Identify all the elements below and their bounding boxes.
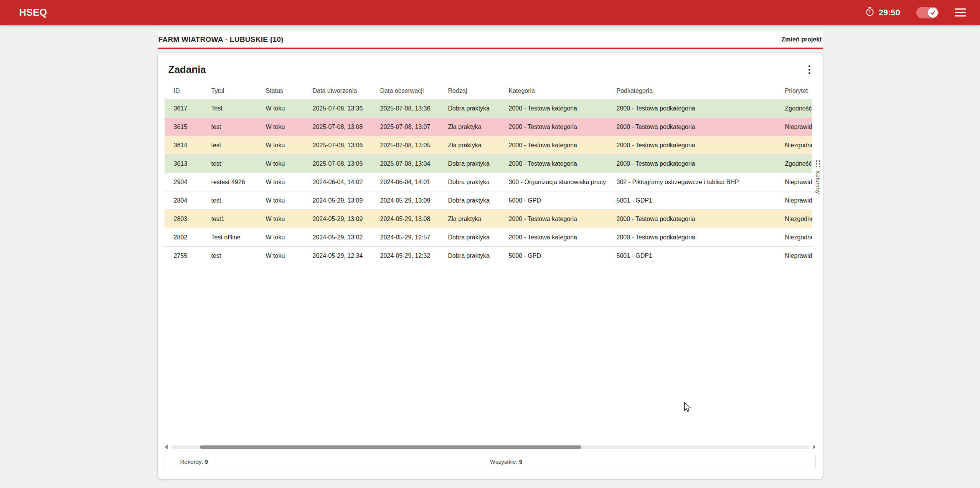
cell-utworzenia: 2025-07-08, 13:06 bbox=[313, 142, 380, 149]
columns-button[interactable]: Kolumny bbox=[815, 160, 822, 194]
cell-priorytet: Niezgodność bbox=[785, 234, 812, 241]
more-vertical-icon[interactable] bbox=[806, 63, 813, 76]
stopwatch-icon bbox=[865, 7, 875, 19]
hamburger-menu-icon[interactable] bbox=[955, 6, 966, 19]
table-row[interactable]: 3613testW toku2025-07-08, 13:052025-07-0… bbox=[165, 155, 812, 173]
cell-id: 2755 bbox=[174, 252, 211, 259]
cell-rodzaj: Dobra praktyka bbox=[448, 252, 509, 259]
cell-podkategoria: 2000 - Testowa podkategoria bbox=[617, 160, 785, 167]
cell-kategoria: 2000 - Testowa kategoria bbox=[509, 160, 617, 167]
cell-status: W toku bbox=[266, 105, 313, 112]
cell-utworzenia: 2025-07-08, 13:08 bbox=[313, 124, 380, 130]
records-label: Rekordy: bbox=[180, 458, 203, 465]
cell-rodzaj: Zła praktyka bbox=[448, 124, 509, 130]
cell-id: 3617 bbox=[174, 105, 211, 112]
app-bar-actions: 29:50 bbox=[865, 6, 966, 19]
card-empty-area bbox=[158, 265, 823, 444]
cell-utworzenia: 2025-07-08, 13:36 bbox=[313, 105, 380, 112]
records-summary-bar: Rekordy: 9 Wszystkie: 9 bbox=[165, 454, 816, 469]
cell-rodzaj: Dobra praktyka bbox=[448, 197, 509, 204]
cell-obserwacji: 2025-07-08, 13:07 bbox=[380, 124, 448, 130]
table-row[interactable]: 3617TestW toku2025-07-08, 13:362025-07-0… bbox=[165, 99, 812, 118]
cell-rodzaj: Dobra praktyka bbox=[448, 105, 509, 112]
column-header[interactable]: Tytuł bbox=[211, 87, 266, 94]
column-header[interactable]: ID bbox=[174, 87, 211, 94]
column-header[interactable]: Rodzaj bbox=[448, 87, 509, 94]
toggle-thumb-check-icon bbox=[928, 8, 938, 18]
cell-priorytet: Nieprawidłowość bbox=[785, 197, 812, 204]
cell-podkategoria: 2000 - Testowa podkategoria bbox=[617, 105, 785, 112]
cell-priorytet: Zgodność bbox=[785, 105, 812, 112]
table-row[interactable]: 2755testW toku2024-05-29, 12:342024-05-2… bbox=[165, 247, 812, 265]
cell-kategoria: 5000 - GPD bbox=[509, 252, 617, 259]
change-project-button[interactable]: Zmień projekt bbox=[782, 36, 822, 43]
records-count: Rekordy: 9 bbox=[165, 458, 208, 465]
cell-podkategoria: 5001 - GDP1 bbox=[617, 197, 785, 204]
cell-kategoria: 5000 - GPD bbox=[509, 197, 617, 204]
cell-podkategoria: 2000 - Testowa podkategoria bbox=[617, 142, 785, 149]
cell-tytul: test bbox=[211, 142, 266, 149]
records-value: 9 bbox=[205, 458, 208, 465]
table-row[interactable]: 2804testW toku2024-05-29, 13:092024-05-2… bbox=[165, 191, 812, 210]
cell-obserwacji: 2024-06-04, 14:01 bbox=[380, 179, 448, 186]
all-label: Wszystkie: bbox=[490, 458, 518, 465]
project-bar: FARM WIATROWA - LUBUSKIE (10) Zmień proj… bbox=[158, 31, 823, 49]
scrollbar-thumb[interactable] bbox=[200, 445, 581, 449]
cell-id: 3614 bbox=[174, 142, 211, 149]
table-header-row: IDTytułStatusData utworzeniaData obserwa… bbox=[165, 82, 812, 99]
cell-kategoria: 300 - Organizacja stanowiska pracy bbox=[509, 179, 617, 186]
cell-tytul: Test bbox=[211, 105, 266, 112]
mode-toggle[interactable] bbox=[916, 7, 939, 18]
app-logo: HSEQ bbox=[19, 7, 47, 18]
scroll-left-arrow-icon[interactable] bbox=[165, 445, 168, 449]
table-row[interactable]: 3615testW toku2025-07-08, 13:082025-07-0… bbox=[165, 118, 812, 136]
horizontal-scrollbar bbox=[165, 444, 816, 450]
cell-obserwacji: 2025-07-08, 13:36 bbox=[380, 105, 448, 112]
cell-obserwacji: 2024-05-29, 12:57 bbox=[380, 234, 448, 241]
column-header[interactable]: Status bbox=[266, 87, 313, 94]
cell-id: 2904 bbox=[174, 179, 211, 186]
cell-kategoria: 2000 - Testowa kategoria bbox=[509, 124, 617, 130]
tasks-table: IDTytułStatusData utworzeniaData obserwa… bbox=[165, 82, 812, 265]
columns-label: Kolumny bbox=[815, 170, 822, 194]
cell-status: W toku bbox=[266, 234, 313, 241]
cell-obserwacji: 2024-05-29, 12:32 bbox=[380, 252, 448, 259]
project-title: FARM WIATROWA - LUBUSKIE (10) bbox=[158, 35, 284, 44]
cell-rodzaj: Dobra praktyka bbox=[448, 160, 509, 167]
cell-tytul: test bbox=[211, 124, 266, 130]
column-header[interactable]: Data obserwacji bbox=[380, 87, 448, 94]
table-row[interactable]: 2904restest 4926W toku2024-06-04, 14:022… bbox=[165, 173, 812, 191]
cell-kategoria: 2000 - Testowa kategoria bbox=[509, 234, 617, 241]
column-header[interactable]: Podkategoria bbox=[617, 87, 785, 94]
cell-status: W toku bbox=[266, 197, 313, 204]
cell-status: W toku bbox=[266, 179, 313, 186]
cell-utworzenia: 2024-05-29, 12:34 bbox=[313, 252, 380, 259]
column-header[interactable]: Data utworzenia bbox=[313, 87, 380, 94]
cell-tytul: test bbox=[211, 160, 266, 167]
table-row[interactable]: 2802Test offlineW toku2024-05-29, 13:022… bbox=[165, 228, 812, 247]
cell-podkategoria: 302 - Piktogramy ostrzegawcze i tablica … bbox=[617, 179, 785, 186]
scrollbar-track[interactable] bbox=[171, 445, 810, 449]
cell-utworzenia: 2024-06-04, 14:02 bbox=[313, 179, 380, 186]
cell-tytul: restest 4926 bbox=[211, 179, 266, 186]
column-header[interactable]: Priorytet bbox=[785, 87, 812, 94]
cell-obserwacji: 2025-07-08, 13:05 bbox=[380, 142, 448, 149]
scroll-right-arrow-icon[interactable] bbox=[813, 445, 816, 449]
cell-id: 2803 bbox=[174, 216, 211, 223]
tasks-card: Zadania IDTytułStatusData utworzeniaData… bbox=[158, 53, 823, 479]
cell-kategoria: 2000 - Testowa kategoria bbox=[509, 216, 617, 223]
cell-id: 3615 bbox=[174, 124, 211, 130]
cell-rodzaj: Zła praktyka bbox=[448, 216, 509, 223]
cell-priorytet: Nieprawidłowość bbox=[785, 179, 812, 186]
table-row[interactable]: 3614testW toku2025-07-08, 13:062025-07-0… bbox=[165, 136, 812, 155]
cell-id: 3613 bbox=[174, 160, 211, 167]
cell-utworzenia: 2025-07-08, 13:05 bbox=[313, 160, 380, 167]
column-header[interactable]: Kategoria bbox=[509, 87, 617, 94]
table-row[interactable]: 2803test1W toku2024-05-29, 13:092024-05-… bbox=[165, 210, 812, 228]
cell-podkategoria: 2000 - Testowa podkategoria bbox=[617, 124, 785, 130]
cell-rodzaj: Dobra praktyka bbox=[448, 179, 509, 186]
cell-obserwacji: 2024-05-29, 13:08 bbox=[380, 216, 448, 223]
cell-status: W toku bbox=[266, 160, 313, 167]
cell-utworzenia: 2024-05-29, 13:09 bbox=[313, 197, 380, 204]
drag-handle-icon bbox=[816, 160, 821, 167]
